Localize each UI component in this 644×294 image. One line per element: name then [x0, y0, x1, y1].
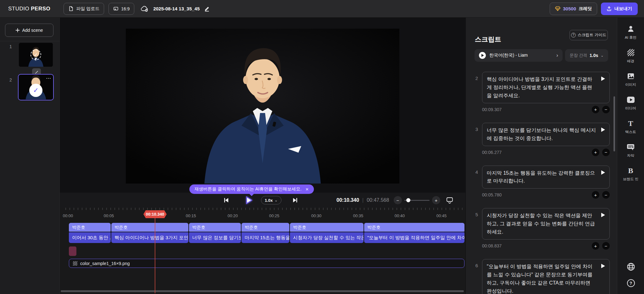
sentence-play-button[interactable]: [601, 263, 605, 270]
timeline-clip[interactable]: 박준호 핵심 아이디어나 방법을 3가지 포인트로...: [111, 223, 188, 243]
small-clip-block[interactable]: [69, 246, 76, 256]
gem-icon: [555, 6, 560, 11]
skip-back-button[interactable]: [223, 197, 230, 203]
clip-subtitle-text: "오늘부터 이 방법을 적용하면 일주일 안에 차이를 느낄 ...: [364, 232, 464, 243]
playhead-line[interactable]: [155, 218, 155, 293]
sentence-gap-selector[interactable]: 문장 간격 1.0s ⌄: [565, 49, 608, 62]
script-guide-button[interactable]: ? 스크립트 가이드: [569, 30, 608, 40]
playhead-time-badge[interactable]: 00:10.340: [143, 210, 167, 218]
zoom-slider-handle[interactable]: [406, 198, 410, 202]
timeline-ticks: [65, 208, 465, 210]
time-display: 00:10.340 | 00:47.568: [336, 197, 389, 203]
sentence-number: 6: [471, 259, 482, 294]
timeline-clip[interactable]: 박준호 너무 많은 정보를 담기보...: [189, 223, 241, 243]
check-icon: ✓: [34, 52, 38, 58]
script-sentence-list: 2 핵심 아이디어나 방법을 3가지 포인트로 간결하게 정리하거나, 단계별로…: [471, 72, 610, 294]
sentence-footer: 00:06.277 + −: [482, 149, 610, 156]
sentence-textbox[interactable]: 마지막 15초는 행동을 유도하는 강력한 클로징으로 마무리합니다.: [482, 166, 610, 189]
clip-subtitle-text: 이어서 30초 동안 ...: [69, 232, 111, 243]
zoom-in-button[interactable]: +: [432, 196, 440, 204]
chevron-down-icon: ⌄: [275, 199, 277, 202]
timeline-zoom-controls: − +: [394, 196, 440, 204]
scene-2-more-button[interactable]: ⋯: [46, 75, 51, 81]
toolbar-item-brand-kit[interactable]: B 브랜드 킷: [617, 166, 644, 182]
add-sentence-button[interactable]: +: [592, 242, 599, 250]
sentence-play-button[interactable]: [601, 212, 605, 219]
sentence-play-button[interactable]: [601, 170, 605, 176]
toolbar-item-media[interactable]: 미디어: [617, 95, 644, 111]
person-icon: [627, 25, 635, 33]
clip-speaker-name: 박준호: [364, 223, 464, 232]
timeline: 00:0000:0500:1500:2000:2500:3000:3500:40…: [60, 208, 465, 294]
aspect-ratio-button[interactable]: 16:9: [108, 3, 134, 15]
scene-2-selected-badge: ✓: [29, 84, 42, 97]
media-filename: color_sample1_16×9.png: [80, 261, 130, 266]
toolbar-item-image[interactable]: 이미지: [617, 72, 644, 87]
scene-1-thumbnail[interactable]: ✓: [19, 43, 53, 67]
chevron-down-icon: ⌄: [601, 54, 603, 57]
sentence-text: "오늘부터 이 방법을 적용하면 일주일 안에 차이를 느낄 수 있습니다" 같…: [487, 263, 596, 294]
script-sentence-item: 2 핵심 아이디어나 방법을 3가지 포인트로 간결하게 정리하거나, 단계별로…: [471, 72, 610, 113]
clip-subtitle-text: 시청자가 당장 실천할 수 있는 작은 액...: [290, 232, 364, 243]
language-globe-button[interactable]: [627, 263, 635, 272]
voice-selector[interactable]: 한국어(한국) - Liam ›: [475, 49, 563, 62]
play-button[interactable]: [245, 195, 253, 205]
tooltip-close-icon[interactable]: ✕: [305, 187, 309, 192]
timeline-horizontal-scrollbar[interactable]: [61, 290, 464, 292]
add-sentence-button[interactable]: +: [592, 149, 599, 156]
credits-value: 30500: [563, 6, 576, 11]
file-upload-button[interactable]: 파일 업로드: [64, 3, 104, 15]
credits-button[interactable]: 30500 크레딧: [550, 3, 597, 15]
scene-2-thumbnail[interactable]: ⋯ ✓: [18, 74, 54, 100]
edit-title-icon[interactable]: [204, 6, 210, 12]
voice-name: 한국어(한국) - Liam: [489, 53, 528, 58]
sentence-textbox[interactable]: 시청자가 당장 실천할 수 있는 작은 액션을 제안하고, 그 결과로 얻을 수…: [482, 208, 610, 240]
help-button[interactable]: ?: [627, 279, 635, 287]
script-panel-scrollbar[interactable]: [613, 96, 615, 151]
sentence-number: 5: [471, 208, 482, 240]
playback-speed-selector[interactable]: 1.0x ⌄: [261, 196, 281, 205]
ruler-label: 00:40: [395, 213, 405, 218]
scene-1-check-badge: ✓: [31, 49, 41, 60]
add-scene-button[interactable]: Add scene: [5, 24, 53, 37]
export-icon: [607, 6, 612, 11]
remove-sentence-button[interactable]: −: [602, 106, 610, 113]
timeline-clip[interactable]: 박준호 마지막 15초는 행동을 ...: [242, 223, 289, 243]
zoom-slider[interactable]: [404, 200, 430, 201]
toolbar-item-text[interactable]: T 텍스트: [617, 119, 644, 134]
asset-toolbar: AI 휴먼 배경 이미지 미디어 T 텍스트: [617, 18, 644, 294]
ruler-label: 00:15: [186, 213, 196, 218]
sentence-textbox[interactable]: 핵심 아이디어나 방법을 3가지 포인트로 간결하게 정리하거나, 단계별로 실…: [482, 72, 610, 103]
remove-sentence-button[interactable]: −: [602, 191, 610, 199]
background-image-clip[interactable]: color_sample1_16×9.png: [69, 259, 464, 268]
remove-sentence-button[interactable]: −: [602, 242, 610, 250]
clip-subtitle-text: 핵심 아이디어나 방법을 3가지 포인트로...: [111, 232, 188, 243]
zoom-out-button[interactable]: −: [394, 196, 402, 204]
video-play-icon: [626, 95, 635, 104]
remove-sentence-button[interactable]: −: [602, 149, 610, 156]
timeline-clip[interactable]: 박준호 이어서 30초 동안 ...: [69, 223, 111, 243]
timeline-clip[interactable]: 박준호 "오늘부터 이 방법을 적용하면 일주일 안에 차이를 느낄 ...: [364, 223, 464, 243]
add-sentence-button[interactable]: +: [592, 106, 599, 113]
sentence-duration: 00:05.780: [482, 192, 502, 197]
hatch-background-icon: [627, 48, 635, 57]
fit-to-screen-button[interactable]: [446, 197, 453, 204]
clip-subtitle-text: 너무 많은 정보를 담기보...: [189, 232, 241, 243]
video-preview[interactable]: [126, 29, 399, 184]
hatch-image-icon: [73, 261, 77, 266]
toolbar-item-subtitle[interactable]: 자막: [617, 143, 644, 158]
sentence-textbox[interactable]: "오늘부터 이 방법을 적용하면 일주일 안에 차이를 느낄 수 있습니다" 같…: [482, 259, 610, 294]
sentence-play-button[interactable]: [601, 127, 605, 133]
clip-speaker-name: 박준호: [189, 223, 241, 232]
skip-forward-button[interactable]: [292, 197, 299, 203]
toolbar-item-ai-human[interactable]: AI 휴먼: [617, 25, 644, 40]
sentence-play-button[interactable]: [601, 76, 605, 82]
toolbar-item-background[interactable]: 배경: [617, 48, 644, 64]
editor-stage: 재생버튼을 클릭하여 움직이는 AI휴먼을 확인해보세요. ✕ 1.0x ⌄ 0…: [60, 18, 465, 294]
export-button[interactable]: 내보내기: [601, 3, 638, 15]
sentence-number: 3: [471, 123, 482, 146]
logo-perso: PERSO: [31, 6, 50, 12]
sentence-textbox[interactable]: 너무 많은 정보를 담기보다는 하나의 핵심 메시지에 집중하는 것이 중요합니…: [482, 123, 610, 146]
timeline-clip[interactable]: 박준호 시청자가 당장 실천할 수 있는 작은 액...: [290, 223, 364, 243]
add-sentence-button[interactable]: +: [592, 191, 599, 199]
